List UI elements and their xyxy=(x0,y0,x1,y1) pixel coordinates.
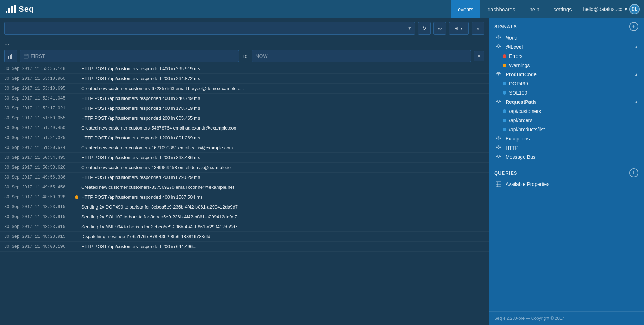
event-timestamp: 30 Sep 2017 11:51:20.574 xyxy=(4,145,75,150)
event-row[interactable]: 30 Sep 2017 11:48:50.328HTTP POST /api/c… xyxy=(0,192,489,202)
event-message: Created new customer customers-837569270… xyxy=(81,185,234,190)
right-panel: SIGNALS + None xyxy=(489,18,644,325)
logo-bar-1 xyxy=(6,11,7,13)
event-timestamp: 30 Sep 2017 11:52:17.021 xyxy=(4,106,75,111)
date-to-placeholder: NOW xyxy=(255,53,267,59)
signal-dop499[interactable]: DOP499 xyxy=(489,79,644,88)
queries-add-button[interactable]: + xyxy=(629,168,638,177)
signal-api-products-list[interactable]: /api/products/list xyxy=(489,125,644,134)
signal-dop499-label: DOP499 xyxy=(509,81,528,86)
event-row[interactable]: 30 Sep 2017 11:51:20.574Created new cust… xyxy=(0,143,489,153)
search-input-wrap[interactable]: ▼ xyxy=(4,22,415,35)
event-message: HTTP POST /api/customers responded 400 i… xyxy=(81,66,200,71)
event-message: HTTP POST /api/customers responded 200 i… xyxy=(81,155,200,160)
queries-add-icon: + xyxy=(632,170,635,176)
event-row[interactable]: 30 Sep 2017 11:48:23.915Dispatching mess… xyxy=(0,232,489,242)
event-message: HTTP POST /api/customers responded 400 i… xyxy=(81,96,200,101)
refresh-button[interactable]: ↻ xyxy=(418,22,431,35)
signal-requestpath-label: RequestPath xyxy=(506,99,536,105)
search-input[interactable] xyxy=(7,25,408,31)
event-timestamp: 30 Sep 2017 11:48:00.196 xyxy=(4,244,75,249)
radio-wave-icon-6 xyxy=(496,145,501,151)
event-row[interactable]: 30 Sep 2017 11:49:56.336HTTP POST /api/c… xyxy=(0,173,489,182)
signal-exceptions-radio-icon xyxy=(494,136,503,142)
api-products-dot xyxy=(503,128,506,131)
signal-warnings[interactable]: Warnings xyxy=(489,61,644,70)
search-dropdown-icon[interactable]: ▼ xyxy=(408,26,412,31)
api-customers-dot xyxy=(503,109,506,113)
signal-requestpath-radio-icon xyxy=(494,99,503,105)
event-row[interactable]: 30 Sep 2017 11:51:49.450Created new cust… xyxy=(0,123,489,133)
event-row[interactable]: 30 Sep 2017 11:48:23.915Sending 2x DOP49… xyxy=(0,202,489,212)
signal-api-orders[interactable]: /api/orders xyxy=(489,116,644,125)
table-icon xyxy=(496,181,501,187)
clear-icon: ✕ xyxy=(477,53,481,59)
date-clear-button[interactable]: ✕ xyxy=(474,51,484,61)
event-row[interactable]: 30 Sep 2017 11:53:10.960HTTP POST /api/c… xyxy=(0,74,489,84)
signal-errors[interactable]: Errors xyxy=(489,52,644,61)
event-timestamp: 30 Sep 2017 11:48:23.915 xyxy=(4,234,75,239)
productcode-chevron-icon: ▲ xyxy=(634,72,638,77)
signal-api-customers[interactable]: /api/customers xyxy=(489,107,644,116)
signals-add-button[interactable]: + xyxy=(629,22,638,31)
svg-rect-3 xyxy=(24,54,28,58)
signal-exceptions[interactable]: Exceptions xyxy=(489,134,644,143)
infinity-button[interactable]: ∞ xyxy=(433,22,446,35)
signal-exceptions-label: Exceptions xyxy=(506,136,530,142)
event-timestamp: 30 Sep 2017 11:50:54.495 xyxy=(4,155,75,160)
errors-dot xyxy=(503,54,506,58)
event-row[interactable]: 30 Sep 2017 11:48:23.915Sending 1x AME99… xyxy=(0,222,489,232)
forward-button[interactable]: » xyxy=(472,22,484,35)
event-row[interactable]: 30 Sep 2017 11:49:55.456Created new cust… xyxy=(0,182,489,192)
event-row[interactable]: 30 Sep 2017 11:48:00.196HTTP POST /api/c… xyxy=(0,242,489,252)
event-row[interactable]: 30 Sep 2017 11:52:41.045HTTP POST /api/c… xyxy=(0,94,489,103)
date-row: FIRST to NOW ✕ xyxy=(0,48,489,64)
grid-dropdown-icon: ▼ xyxy=(460,26,463,30)
event-message: Dispatching message f1e6a176-d878-43b2-8… xyxy=(81,234,211,239)
event-timestamp: 30 Sep 2017 11:48:23.915 xyxy=(4,205,75,210)
event-row[interactable]: 30 Sep 2017 11:48:23.915Sending 2x SOL10… xyxy=(0,212,489,222)
chart-button[interactable] xyxy=(4,50,17,62)
event-timestamp: 30 Sep 2017 11:53:35.148 xyxy=(4,66,75,71)
signal-sol100[interactable]: SOL100 xyxy=(489,88,644,97)
dots-ellipsis: ... xyxy=(0,38,489,48)
available-properties-item[interactable]: Available Properties xyxy=(489,180,644,189)
signal-http[interactable]: HTTP xyxy=(489,143,644,152)
signal-message-bus[interactable]: Message Bus xyxy=(489,152,644,162)
event-dot xyxy=(75,195,78,199)
signal-productcode-label: ProductCode xyxy=(506,72,537,77)
grid-view-button[interactable]: ⊞ ▼ xyxy=(449,22,469,35)
event-row[interactable]: 30 Sep 2017 11:52:17.021HTTP POST /api/c… xyxy=(0,103,489,113)
left-panel: ▼ ↻ ∞ ⊞ ▼ » ... xyxy=(0,18,489,325)
svg-point-10 xyxy=(498,102,499,103)
signal-group-requestpath[interactable]: RequestPath ▲ xyxy=(489,97,644,107)
event-row[interactable]: 30 Sep 2017 11:53:10.695Created new cust… xyxy=(0,84,489,94)
signal-group-level[interactable]: @Level ▲ xyxy=(489,42,644,52)
footer-text: Seq 4.2.280-pre — Copyright © 2017 xyxy=(494,316,564,321)
signal-level-label: @Level xyxy=(506,44,523,50)
nav-settings[interactable]: settings xyxy=(546,0,579,18)
calendar-icon xyxy=(24,54,29,59)
available-properties-label: Available Properties xyxy=(506,181,549,187)
event-row[interactable]: 30 Sep 2017 11:51:21.375HTTP POST /api/c… xyxy=(0,133,489,143)
user-email: hello@datalust.co xyxy=(583,6,622,12)
date-to-input[interactable]: NOW xyxy=(252,50,471,62)
user-menu[interactable]: hello@datalust.co ▾ DL xyxy=(579,0,644,18)
grid-table-icon xyxy=(494,181,503,187)
nav-events[interactable]: events xyxy=(451,0,480,18)
signal-group-productcode[interactable]: ProductCode ▲ xyxy=(489,70,644,79)
nav-dashboards[interactable]: dashboards xyxy=(480,0,522,18)
svg-point-9 xyxy=(498,74,499,76)
event-row[interactable]: 30 Sep 2017 11:51:50.055HTTP POST /api/c… xyxy=(0,113,489,123)
signal-messagebus-radio-icon xyxy=(494,154,503,160)
event-timestamp: 30 Sep 2017 11:49:56.336 xyxy=(4,175,75,180)
signal-none-label: None xyxy=(506,35,517,41)
nav-help[interactable]: help xyxy=(522,0,546,18)
date-from-input[interactable]: FIRST xyxy=(20,50,239,62)
signal-http-radio-icon xyxy=(494,145,503,151)
event-row[interactable]: 30 Sep 2017 11:53:35.148HTTP POST /api/c… xyxy=(0,64,489,74)
event-row[interactable]: 30 Sep 2017 11:50:54.495HTTP POST /api/c… xyxy=(0,153,489,163)
signal-none[interactable]: None xyxy=(489,33,644,42)
radio-wave-icon-3 xyxy=(496,72,501,77)
event-row[interactable]: 30 Sep 2017 11:50:53.626Created new cust… xyxy=(0,163,489,173)
